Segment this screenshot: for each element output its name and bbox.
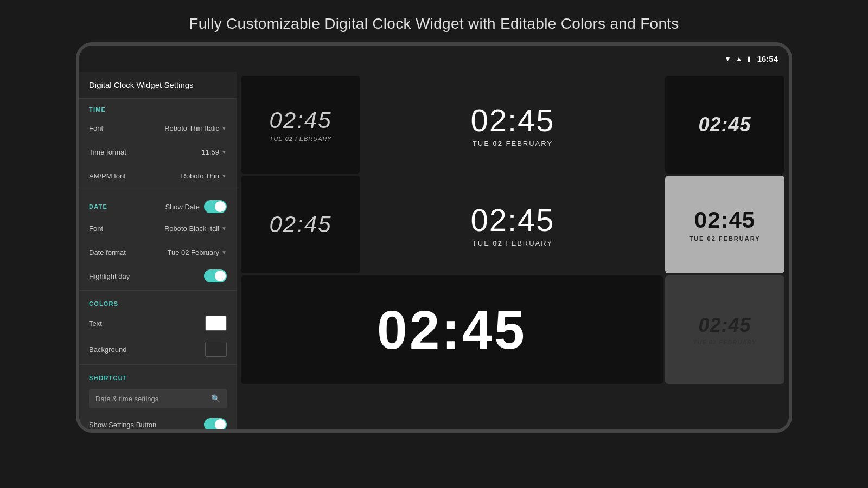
clock-widget-6[interactable]: 02:45 TUE 02 FEBRUARY (665, 176, 784, 273)
show-date-toggle[interactable] (204, 200, 227, 213)
ampm-font-value[interactable]: Roboto Thin ▼ (181, 172, 227, 180)
clock-widget-7[interactable]: 02:45 (241, 275, 663, 384)
page-header: Fully Customizable Digital Clock Widget … (0, 0, 868, 42)
settings-panel: Digital Clock Widget Settings TIME Font … (79, 72, 237, 429)
section-time: TIME (79, 99, 237, 116)
date-format-arrow: ▼ (221, 249, 227, 255)
show-settings-label: Show Settings Button (89, 421, 156, 429)
font-value[interactable]: Roboto Thin Italic ▼ (164, 124, 227, 132)
clock-widget-1[interactable]: 02:45 TUE 02 FEBRUARY (241, 76, 360, 174)
clock-widget-8[interactable]: 02:45 TUE 02 FEBRUARY (665, 275, 784, 384)
header-title: Fully Customizable Digital Clock Widget … (189, 15, 679, 32)
ampm-font-text: Roboto Thin (181, 172, 220, 180)
font-value-text: Roboto Thin Italic (164, 124, 219, 132)
clock-6-time: 02:45 (694, 207, 755, 233)
date-font-row[interactable]: Font Roboto Black Itali ▼ (79, 216, 237, 240)
clock-5-bold-day: 02 (493, 239, 502, 247)
date-format-row[interactable]: Date format Tue 02 February ▼ (79, 240, 237, 264)
status-time: 16:54 (757, 54, 778, 63)
highlight-day-label: Highlight day (89, 272, 130, 280)
date-font-text: Roboto Black Itali (164, 224, 219, 233)
search-icon: 🔍 (211, 394, 220, 403)
font-dropdown-arrow: ▼ (221, 125, 227, 131)
text-color-swatch[interactable] (205, 316, 227, 331)
time-format-arrow: ▼ (221, 149, 227, 155)
clock-widget-2[interactable]: 02:45 TUE 02 FEBRUARY (362, 76, 663, 174)
divider-1 (79, 190, 237, 190)
date-font-value[interactable]: Roboto Black Itali ▼ (164, 224, 227, 233)
clock-2-time: 02:45 (470, 102, 554, 138)
time-format-text: 11:59 (202, 148, 220, 156)
clock-5-date: TUE 02 FEBRUARY (473, 239, 553, 247)
section-shortcut: SHORTCUT (79, 367, 237, 384)
section-colors: COLORS (79, 293, 237, 310)
divider-2 (79, 290, 237, 291)
highlight-day-toggle[interactable] (204, 269, 227, 282)
clock-widget-5[interactable]: 02:45 TUE 02 FEBRUARY (362, 176, 663, 273)
date-font-label: Font (89, 224, 103, 233)
clock-1-time: 02:45 (269, 107, 331, 133)
date-format-text: Tue 02 February (167, 248, 219, 256)
date-format-label: Date format (89, 248, 126, 256)
ampm-font-row[interactable]: AM/PM font Roboto Thin ▼ (79, 164, 237, 188)
clock-1-date: TUE 02 FEBRUARY (270, 136, 332, 142)
clock-8-date: TUE 02 FEBRUARY (693, 339, 756, 345)
time-format-label: Time format (89, 148, 126, 156)
bg-color-swatch[interactable] (205, 342, 227, 357)
highlight-day-row[interactable]: Highlight day (79, 264, 237, 288)
wifi-icon: ▼ (724, 55, 731, 63)
date-format-value[interactable]: Tue 02 February ▼ (167, 248, 227, 256)
side-button-left (76, 143, 79, 170)
clock-display-area: 02:45 TUE 02 FEBRUARY 02:45 TUE 02 FEBRU… (237, 72, 789, 429)
clock-7-time: 02:45 (377, 299, 527, 361)
clock-5-time: 02:45 (470, 202, 554, 238)
date-font-arrow: ▼ (221, 226, 227, 232)
clock-3-time: 02:45 (698, 113, 751, 136)
status-bar: ▼ ▲ ▮ 16:54 (79, 46, 789, 72)
clock-8-time: 02:45 (698, 314, 751, 337)
text-color-row[interactable]: Text (79, 310, 237, 336)
time-format-row[interactable]: Time format 11:59 ▼ (79, 140, 237, 164)
side-button-right (789, 154, 792, 192)
signal-icon: ▲ (736, 55, 743, 63)
text-color-label: Text (89, 319, 102, 328)
clock-2-bold-day: 02 (493, 139, 502, 147)
tablet-content: Digital Clock Widget Settings TIME Font … (79, 72, 789, 429)
search-placeholder: Date & time settings (95, 395, 158, 403)
settings-title: Digital Clock Widget Settings (79, 72, 237, 99)
time-format-value[interactable]: 11:59 ▼ (202, 148, 227, 156)
show-settings-row[interactable]: Show Settings Button (79, 413, 237, 429)
battery-icon: ▮ (747, 55, 751, 63)
search-row: Date & time settings 🔍 (79, 384, 237, 413)
clock-6-date: TUE 02 FEBRUARY (689, 235, 760, 242)
ampm-font-arrow: ▼ (221, 173, 227, 179)
clock-4-time: 02:45 (269, 211, 331, 237)
bg-color-row[interactable]: Background (79, 336, 237, 362)
clock-6-bold-day: 02 (707, 235, 716, 242)
clock-1-date-text: TUE 02 FEBRUARY (270, 136, 332, 142)
date-section-header: DATE Show Date (79, 192, 237, 216)
ampm-font-label: AM/PM font (89, 172, 126, 180)
clock-2-date: TUE 02 FEBRUARY (473, 139, 553, 147)
search-field[interactable]: Date & time settings 🔍 (89, 389, 227, 408)
clock-widget-3[interactable]: 02:45 (665, 76, 784, 174)
divider-3 (79, 364, 237, 365)
show-settings-toggle[interactable] (204, 418, 227, 429)
font-label: Font (89, 124, 103, 132)
clock-widget-4[interactable]: 02:45 (241, 176, 360, 273)
section-date-label: DATE (89, 203, 107, 210)
show-date-label: Show Date (165, 203, 200, 211)
font-row[interactable]: Font Roboto Thin Italic ▼ (79, 116, 237, 140)
bg-color-label: Background (89, 345, 126, 354)
tablet-device: ▼ ▲ ▮ 16:54 Digital Clock Widget Setting… (76, 42, 792, 433)
show-date-control[interactable]: Show Date (165, 200, 227, 213)
